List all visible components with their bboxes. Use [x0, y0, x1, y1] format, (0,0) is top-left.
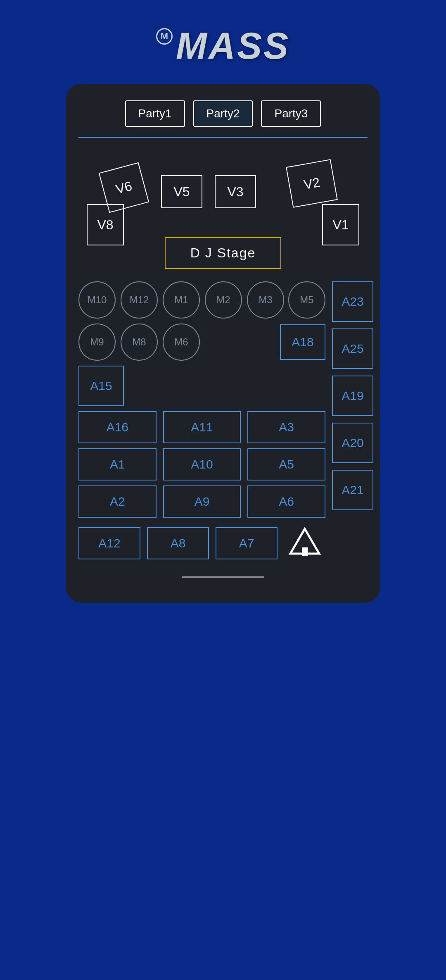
m5-button[interactable]: M5 — [288, 281, 325, 319]
logo-text: MASS — [176, 25, 290, 67]
a19-button[interactable]: A19 — [332, 376, 373, 416]
a15-button[interactable]: A15 — [78, 366, 124, 406]
m6-button[interactable]: M6 — [163, 323, 200, 361]
a1-button[interactable]: A1 — [78, 448, 157, 480]
a3-button[interactable]: A3 — [247, 411, 325, 443]
a25-button[interactable]: A25 — [332, 328, 373, 369]
party1-button[interactable]: Party1 — [125, 100, 185, 127]
m9-button[interactable]: M9 — [78, 323, 116, 361]
m1-button[interactable]: M1 — [163, 281, 200, 319]
a18-button[interactable]: A18 — [280, 324, 325, 360]
a23-button[interactable]: A23 — [332, 281, 373, 322]
bottom-line — [182, 576, 264, 578]
a11-button[interactable]: A11 — [163, 411, 241, 443]
divider — [78, 137, 368, 138]
main-panel: Party1 Party2 Party3 V8 V6 V5 V3 V2 V1 D… — [66, 84, 380, 603]
v3-button[interactable]: V3 — [215, 175, 256, 208]
a7-button[interactable]: A7 — [216, 527, 278, 559]
m10-button[interactable]: M10 — [78, 281, 116, 319]
a-row-3: A2 A9 A6 — [78, 485, 325, 518]
party3-button[interactable]: Party3 — [261, 100, 321, 127]
v5-button[interactable]: V5 — [161, 175, 202, 208]
a8-button[interactable]: A8 — [147, 527, 209, 559]
a12-button[interactable]: A12 — [78, 527, 140, 559]
logo-area: M MASS — [156, 0, 290, 84]
logo-circle-icon: M — [156, 28, 173, 45]
a2-button[interactable]: A2 — [78, 485, 157, 518]
a9-button[interactable]: A9 — [163, 485, 241, 518]
dj-stage-button[interactable]: D J Stage — [165, 237, 282, 269]
a20-button[interactable]: A20 — [332, 423, 373, 463]
party-tab-row: Party1 Party2 Party3 — [78, 100, 368, 127]
m8-button[interactable]: M8 — [121, 323, 158, 361]
v2-button[interactable]: V2 — [286, 159, 338, 208]
m2-button[interactable]: M2 — [205, 281, 242, 319]
up-arrow-button[interactable] — [284, 523, 325, 564]
a-row-2: A1 A10 A5 — [78, 448, 325, 480]
a10-button[interactable]: A10 — [163, 448, 241, 480]
a-row-4: A12 A8 A7 — [78, 523, 325, 564]
v1-button[interactable]: V1 — [322, 204, 359, 245]
svg-rect-1 — [302, 547, 308, 556]
m3-button[interactable]: M3 — [247, 281, 284, 319]
a21-button[interactable]: A21 — [332, 470, 373, 510]
a16-button[interactable]: A16 — [78, 411, 157, 443]
v-buttons-area: V8 V6 V5 V3 V2 V1 — [78, 150, 368, 233]
m12-button[interactable]: M12 — [121, 281, 158, 319]
a6-button[interactable]: A6 — [247, 485, 325, 518]
a-row-1: A16 A11 A3 — [78, 411, 325, 443]
party2-button[interactable]: Party2 — [193, 100, 253, 127]
a5-button[interactable]: A5 — [247, 448, 325, 480]
up-arrow-icon — [288, 527, 321, 560]
